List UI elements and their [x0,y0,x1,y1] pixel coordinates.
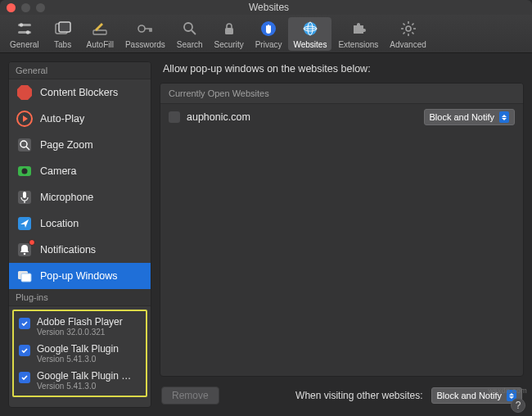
sidebar-item-location[interactable]: Location [9,210,151,237]
currently-open-header: Currently Open Websites [160,84,523,104]
svg-rect-6 [93,30,106,34]
pencil-form-icon [90,19,110,38]
svg-rect-10 [225,28,233,34]
sidebar-item-label: Location [40,218,79,229]
tab-search[interactable]: Search [172,17,208,51]
tab-websites[interactable]: Websites [288,17,331,51]
svg-marker-27 [23,115,28,122]
sidebar-item-label: Camera [40,165,76,177]
content: General Content Blockers Auto-Play Page … [0,53,532,416]
checkbox-checked-icon[interactable] [19,345,30,356]
key-icon [135,19,155,38]
tab-label: Search [177,40,203,49]
svg-rect-41 [21,274,31,282]
sidebar-section-plugins: Plug-ins [9,289,151,306]
svg-rect-34 [23,192,26,198]
plugin-version: Version 5.41.3.0 [37,382,135,391]
plugin-row[interactable]: Google Talk Plugin Vid… Version 5.41.3.0 [16,367,144,394]
plugin-row[interactable]: Google Talk Plugin Version 5.41.3.0 [16,340,144,367]
svg-point-3 [26,30,29,34]
plugin-name: Google Talk Plugin Vid… [37,370,135,382]
sidebar-item-microphone[interactable]: Microphone [9,184,151,210]
footer-bar: Remove When visiting other websites: Blo… [160,383,524,408]
svg-line-22 [412,32,413,34]
plugin-row[interactable]: Adobe Flash Player Version 32.0.0.321 [16,313,144,340]
sidebar-item-notifications[interactable]: Notifications [9,237,151,263]
toolbar: General Tabs AutoFill Passwords Search S… [0,15,532,53]
gear-icon [399,19,418,38]
sidebar-item-label: Auto-Play [40,113,84,124]
sidebar-item-label: Microphone [40,192,93,203]
plugin-name: Google Talk Plugin [37,343,119,355]
svg-point-7 [138,25,145,32]
sidebar: General Content Blockers Auto-Play Page … [8,61,151,408]
tab-label: Extensions [338,40,378,49]
window-title: Websites [45,2,493,13]
tab-security[interactable]: Security [210,17,249,51]
sidebar-section-general: General [9,62,151,79]
tab-label: Websites [293,40,327,49]
checkbox-checked-icon[interactable] [19,372,30,383]
tab-autofill[interactable]: AutoFill [82,17,119,51]
svg-line-21 [403,23,404,25]
close-window-icon[interactable] [7,3,16,12]
tab-label: General [10,40,39,49]
sidebar-item-auto-play[interactable]: Auto-Play [9,106,151,132]
policy-select[interactable]: Block and Notify [424,109,515,125]
windows-icon [16,267,34,285]
tab-label: Privacy [255,40,282,49]
tab-general[interactable]: General [5,17,44,51]
titlebar: Websites [0,0,532,15]
switches-icon [15,19,34,38]
svg-point-39 [24,253,26,255]
svg-line-9 [192,30,196,34]
bell-icon [16,241,34,259]
plugin-version: Version 5.41.3.0 [37,355,119,364]
tab-tabs[interactable]: Tabs [46,17,80,51]
checkbox-checked-icon[interactable] [19,318,30,329]
favicon-placeholder-icon [169,111,180,123]
select-arrows-icon [499,111,509,123]
zoom-window-icon[interactable] [36,3,45,12]
policy-value: Block and Notify [430,112,494,122]
minimize-window-icon[interactable] [21,3,30,12]
sidebar-item-label: Page Zoom [40,139,93,151]
svg-line-23 [403,32,404,34]
tab-label: Security [214,40,244,49]
microphone-icon [16,188,34,206]
website-row[interactable]: auphonic.com Block and Notify [160,104,523,130]
tab-privacy[interactable]: Privacy [250,17,287,51]
websites-panel: Currently Open Websites auphonic.com Blo… [160,83,524,377]
svg-point-8 [184,23,192,31]
plugin-version: Version 32.0.0.321 [37,328,123,337]
search-icon [180,19,200,38]
location-arrow-icon [16,215,34,233]
window-controls [7,3,45,12]
other-websites-label: When visiting other websites: [295,390,422,401]
sidebar-item-popup-windows[interactable]: Pop-up Windows [9,263,151,289]
hand-icon [259,19,278,38]
svg-point-32 [22,169,28,174]
tab-label: Tabs [54,40,71,49]
puzzle-icon [349,19,368,38]
main-panel: Allow pop-up windows on the websites bel… [160,61,524,408]
sidebar-item-page-zoom[interactable]: Page Zoom [9,132,151,158]
svg-rect-5 [59,22,70,32]
tab-passwords[interactable]: Passwords [120,17,170,51]
tabs-icon [53,19,73,38]
tab-extensions[interactable]: Extensions [333,17,383,51]
plugins-section: Adobe Flash Player Version 32.0.0.321 Go… [9,306,151,400]
stop-sign-icon [16,84,34,102]
sidebar-item-content-blockers[interactable]: Content Blockers [9,79,151,106]
zoom-icon [16,136,34,154]
tab-label: AutoFill [87,40,114,49]
help-button[interactable]: ? [511,398,525,413]
tab-advanced[interactable]: Advanced [385,17,431,51]
plugins-highlight-box: Adobe Flash Player Version 32.0.0.321 Go… [12,310,147,397]
sidebar-item-camera[interactable]: Camera [9,158,151,184]
remove-button[interactable]: Remove [161,387,219,405]
sidebar-item-label: Content Blockers [40,87,118,98]
play-circle-icon [16,110,34,128]
sidebar-item-label: Notifications [40,244,96,255]
watermark-text: wsxdn.com [488,387,527,395]
